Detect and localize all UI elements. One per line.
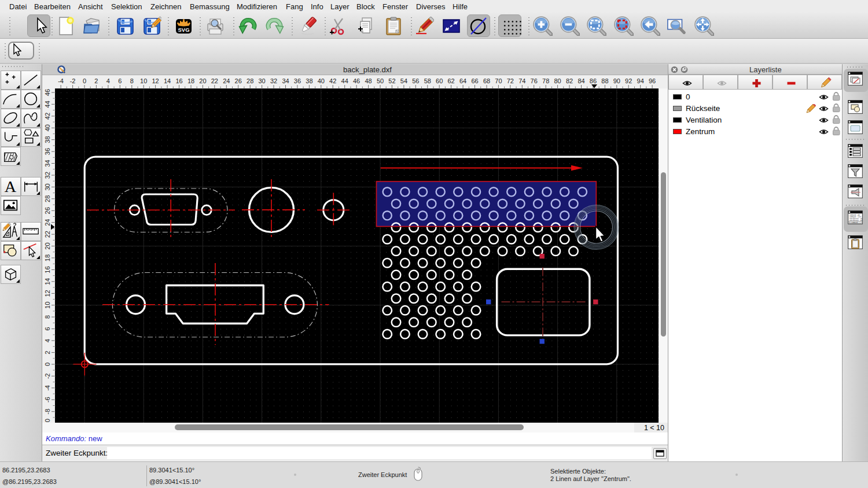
svg-text:-10: -10 bbox=[44, 419, 51, 423]
svg-text:26: 26 bbox=[235, 77, 242, 84]
svg-text:52: 52 bbox=[388, 77, 395, 84]
svg-text:0: 0 bbox=[44, 362, 51, 365]
svg-text:76: 76 bbox=[531, 77, 538, 84]
svg-text:20: 20 bbox=[199, 77, 206, 84]
svg-text:18: 18 bbox=[44, 254, 51, 261]
svg-text:44: 44 bbox=[341, 77, 348, 84]
svg-text:64: 64 bbox=[459, 77, 466, 84]
svg-text:62: 62 bbox=[447, 77, 454, 84]
svg-text:4: 4 bbox=[106, 77, 110, 84]
svg-text:54: 54 bbox=[400, 77, 407, 84]
svg-text:12: 12 bbox=[152, 77, 159, 84]
svg-text:46: 46 bbox=[353, 77, 360, 84]
svg-text:36: 36 bbox=[44, 147, 51, 154]
svg-text:2: 2 bbox=[44, 350, 51, 354]
svg-text:88: 88 bbox=[601, 77, 608, 84]
svg-text:0: 0 bbox=[83, 77, 86, 84]
svg-text:A: A bbox=[5, 178, 17, 195]
svg-text:-2: -2 bbox=[70, 77, 76, 84]
svg-text:24: 24 bbox=[44, 219, 51, 225]
svg-text:66: 66 bbox=[471, 77, 478, 84]
svg-text:10: 10 bbox=[140, 77, 147, 84]
svg-text:42: 42 bbox=[329, 77, 336, 84]
svg-text:8: 8 bbox=[44, 315, 51, 319]
svg-text:8: 8 bbox=[130, 77, 134, 84]
svg-text:24: 24 bbox=[223, 77, 230, 84]
svg-text:92: 92 bbox=[625, 77, 632, 84]
svg-text:32: 32 bbox=[270, 77, 277, 84]
svg-text:40: 40 bbox=[44, 124, 51, 131]
svg-text:72: 72 bbox=[507, 77, 514, 84]
svg-text:96: 96 bbox=[649, 77, 656, 84]
svg-text:28: 28 bbox=[44, 195, 51, 202]
svg-text:14: 14 bbox=[164, 77, 171, 84]
svg-text:6: 6 bbox=[44, 327, 51, 330]
svg-text:80: 80 bbox=[554, 77, 561, 84]
svg-text:16: 16 bbox=[44, 266, 51, 273]
svg-text:32: 32 bbox=[44, 171, 51, 178]
svg-text:84: 84 bbox=[578, 77, 584, 84]
svg-text:-2: -2 bbox=[44, 373, 51, 379]
svg-text:16: 16 bbox=[175, 77, 182, 84]
svg-text:-4: -4 bbox=[58, 77, 64, 84]
svg-text:22: 22 bbox=[44, 231, 51, 238]
svg-text:C command: C command bbox=[849, 221, 858, 224]
svg-text:-8: -8 bbox=[44, 408, 51, 414]
svg-text:SVG: SVG bbox=[178, 27, 189, 33]
svg-text:60: 60 bbox=[436, 77, 443, 84]
svg-text:-4: -4 bbox=[44, 385, 51, 391]
svg-text:38: 38 bbox=[44, 136, 51, 143]
svg-text:6: 6 bbox=[118, 77, 122, 84]
svg-text:48: 48 bbox=[365, 77, 372, 84]
svg-text:30: 30 bbox=[44, 183, 51, 190]
svg-text:56: 56 bbox=[412, 77, 419, 84]
svg-text:14: 14 bbox=[44, 278, 51, 284]
svg-text:42: 42 bbox=[44, 112, 51, 119]
svg-text:2: 2 bbox=[94, 77, 98, 84]
svg-text:46: 46 bbox=[44, 88, 51, 95]
svg-text:34: 34 bbox=[282, 77, 289, 84]
svg-text:44: 44 bbox=[44, 101, 51, 108]
svg-text:74: 74 bbox=[518, 77, 525, 84]
svg-text:94: 94 bbox=[637, 77, 644, 84]
svg-text:4: 4 bbox=[44, 339, 51, 342]
svg-text:20: 20 bbox=[44, 242, 51, 249]
svg-text:-6: -6 bbox=[44, 397, 51, 402]
svg-text:22: 22 bbox=[211, 77, 218, 84]
svg-text:90: 90 bbox=[613, 77, 620, 84]
svg-text:68: 68 bbox=[483, 77, 490, 84]
svg-text:28: 28 bbox=[247, 77, 253, 84]
svg-text:10: 10 bbox=[44, 301, 51, 308]
svg-text:12: 12 bbox=[44, 290, 51, 297]
svg-text:38: 38 bbox=[306, 77, 312, 84]
svg-text:78: 78 bbox=[542, 77, 549, 84]
svg-text:36: 36 bbox=[294, 77, 301, 84]
svg-text:50: 50 bbox=[377, 77, 384, 84]
svg-text:30: 30 bbox=[258, 77, 265, 84]
svg-text:34: 34 bbox=[44, 160, 51, 167]
svg-text:58: 58 bbox=[424, 77, 431, 84]
svg-text:86: 86 bbox=[590, 77, 597, 84]
svg-text:70: 70 bbox=[495, 77, 502, 84]
svg-text:40: 40 bbox=[318, 77, 325, 84]
svg-text:26: 26 bbox=[44, 207, 51, 214]
svg-text:82: 82 bbox=[566, 77, 573, 84]
svg-text:18: 18 bbox=[187, 77, 194, 84]
